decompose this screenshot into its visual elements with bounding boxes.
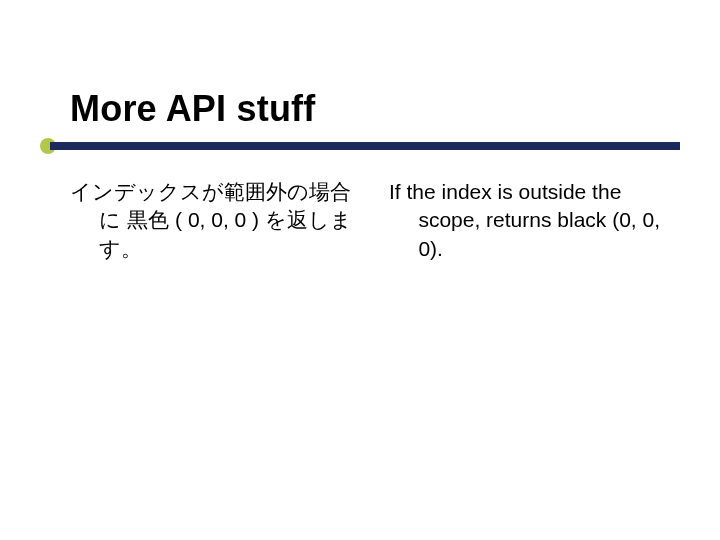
slide-title: More API stuff (70, 88, 315, 130)
title-rule (40, 142, 680, 150)
rule-bar (50, 142, 680, 150)
right-paragraph: If the index is outside the scope, retur… (389, 178, 680, 263)
slide: More API stuff インデックスが範囲外の場合に 黒色 ( 0, 0,… (0, 0, 720, 540)
column-left: インデックスが範囲外の場合に 黒色 ( 0, 0, 0 ) を返します。 (70, 178, 361, 263)
left-paragraph: インデックスが範囲外の場合に 黒色 ( 0, 0, 0 ) を返します。 (70, 178, 361, 263)
slide-body: インデックスが範囲外の場合に 黒色 ( 0, 0, 0 ) を返します。 If … (70, 178, 680, 263)
column-right: If the index is outside the scope, retur… (389, 178, 680, 263)
